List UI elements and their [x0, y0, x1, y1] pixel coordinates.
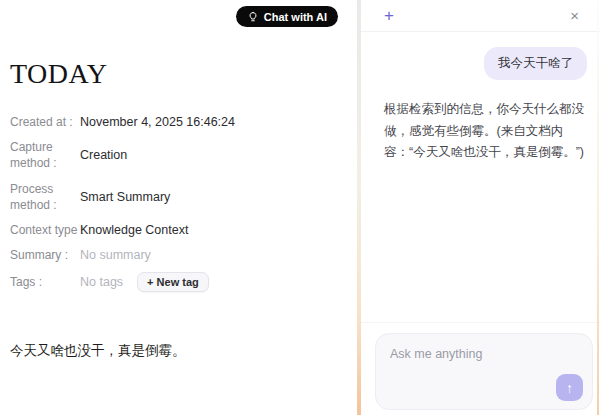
- meta-row-process-method: Process method : Smart Summary: [10, 181, 358, 213]
- meta-label: Context type :: [10, 222, 80, 238]
- metadata-list: Created at : November 4, 2025 16:46:24 C…: [10, 114, 358, 292]
- meta-label: Process method :: [10, 181, 80, 213]
- meta-label: Summary :: [10, 247, 80, 263]
- meta-value: Knowledge Context: [80, 223, 188, 237]
- assistant-message-text: 根据检索到的信息，你今天什么都没做，感觉有些倒霉。(来自文档内容：“今天又啥也没…: [384, 99, 587, 164]
- chat-message-list: 我今天干啥了 根据检索到的信息，你今天什么都没做，感觉有些倒霉。(来自文档内容：…: [361, 47, 600, 164]
- meta-row-tags: Tags : No tags + New tag: [10, 272, 358, 292]
- meta-value: Creation: [80, 148, 127, 162]
- meta-value: No summary: [80, 248, 151, 262]
- chat-panel: + × 我今天干啥了 根据检索到的信息，你今天什么都没做，感觉有些倒霉。(来自文…: [361, 0, 600, 415]
- chat-input-area: ↑: [361, 322, 600, 415]
- new-chat-plus-icon[interactable]: +: [384, 7, 394, 24]
- meta-value: November 4, 2025 16:46:24: [80, 115, 235, 129]
- meta-row-created-at: Created at : November 4, 2025 16:46:24: [10, 114, 358, 130]
- note-body-text: 今天又啥也没干，真是倒霉。: [10, 342, 358, 360]
- user-message-bubble: 我今天干啥了: [484, 47, 587, 80]
- meta-value: Smart Summary: [80, 190, 170, 204]
- send-button[interactable]: ↑: [556, 374, 583, 401]
- chat-with-ai-label: Chat with AI: [264, 11, 327, 23]
- chat-header: + ×: [361, 0, 600, 32]
- meta-label: Capture method :: [10, 139, 80, 171]
- arrow-up-icon: ↑: [566, 381, 573, 395]
- document-pane: Chat with AI TODAY Created at : November…: [0, 0, 358, 415]
- meta-label: Created at :: [10, 114, 80, 130]
- meta-label: Tags :: [10, 274, 80, 290]
- meta-row-summary: Summary : No summary: [10, 247, 358, 263]
- panel-gradient-border-right: [597, 0, 599, 415]
- chat-input-box[interactable]: ↑: [375, 333, 593, 410]
- page-title: TODAY: [10, 58, 358, 90]
- close-icon[interactable]: ×: [570, 8, 579, 23]
- chat-with-ai-button[interactable]: Chat with AI: [236, 6, 338, 27]
- no-tags-text: No tags: [80, 275, 123, 289]
- lightbulb-ai-icon: [247, 11, 259, 23]
- meta-row-capture-method: Capture method : Creation: [10, 139, 358, 171]
- new-tag-button[interactable]: + New tag: [137, 272, 209, 292]
- meta-row-context-type: Context type : Knowledge Context: [10, 222, 358, 238]
